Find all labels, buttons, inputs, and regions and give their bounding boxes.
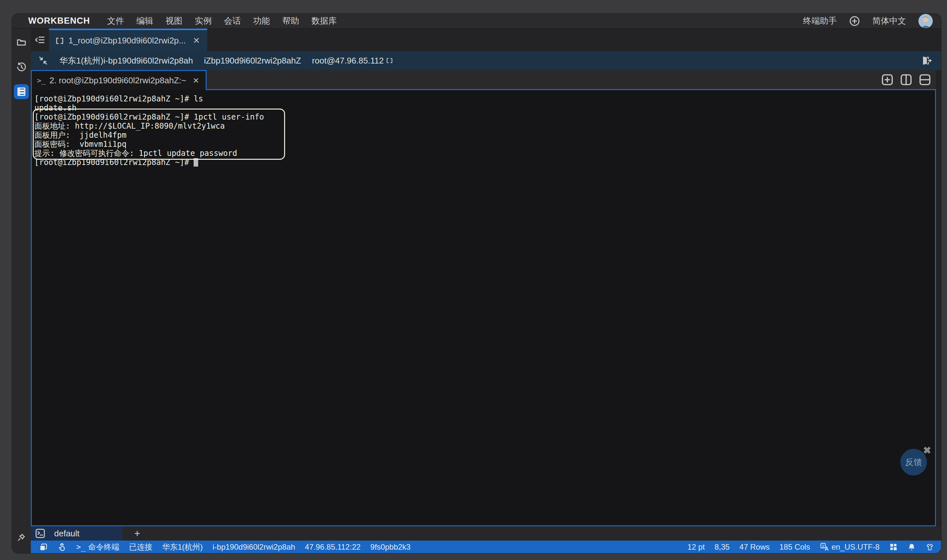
status-ip-port[interactable]: 47.96.85.112:22: [305, 543, 361, 552]
collapse-tabs-icon[interactable]: [31, 29, 49, 51]
terminal-line: update.sh: [34, 103, 932, 112]
new-terminal-icon[interactable]: [881, 73, 894, 86]
workspace-tab-bar: default +: [31, 526, 941, 540]
disconnect-icon[interactable]: [921, 55, 933, 66]
app-brand: WORKBENCH: [28, 16, 90, 26]
menu-bar: WORKBENCH 文件 编辑 视图 实例 会话 功能 帮助 数据库 终端助手 …: [12, 14, 941, 29]
terminal-line: 面板用户: jjdelh4fpm: [34, 131, 932, 140]
split-horizontal-icon[interactable]: [918, 73, 932, 86]
status-connection-state[interactable]: 已连接: [129, 542, 153, 552]
menu-session[interactable]: 会话: [224, 15, 241, 26]
session-tab-label: 1_root@iZbp190d9i60l2rwi2p...: [68, 35, 186, 46]
hostname-label: iZbp190d9i60l2rwi2p8ahZ: [204, 56, 301, 66]
pin-icon[interactable]: [14, 530, 29, 545]
close-terminal-tab-icon[interactable]: ✕: [193, 76, 199, 85]
status-encoding[interactable]: 文 en_US.UTF-8: [820, 543, 879, 552]
apps-grid-icon[interactable]: [889, 543, 898, 551]
menu-edit[interactable]: 编辑: [137, 15, 153, 26]
session-brackets-icon: [386, 57, 393, 64]
region-instance-label: 华东1(杭州)i-bp190d9i60l2rwi2p8ah: [59, 55, 193, 66]
terminal-prompt-icon: >_: [37, 77, 46, 85]
status-session-id[interactable]: 9fs0pbb2k3: [370, 543, 410, 552]
terminal-window-icon: [35, 528, 46, 539]
menu-function[interactable]: 功能: [253, 15, 270, 26]
terminal-line: 面板密码: vbmvm1i1pq: [34, 140, 932, 149]
status-cols[interactable]: 185 Cols: [779, 543, 810, 552]
svg-text:文: 文: [822, 544, 825, 548]
notifications-bell-icon[interactable]: [907, 543, 916, 551]
close-session-tab-icon[interactable]: ✕: [193, 35, 200, 46]
status-instance-id[interactable]: i-bp190d9i60l2rwi2p8ah: [213, 543, 295, 552]
terminal-line: 提示: 修改密码可执行命令: 1pctl update password: [34, 149, 932, 158]
language-selector[interactable]: 简体中文: [872, 15, 906, 26]
user-avatar[interactable]: [918, 14, 933, 28]
terminal-pane: >_ 2. root@iZbp190d9i60l2rwi2p8ahZ:~ ✕: [31, 70, 936, 526]
terminal-line: [root@iZbp190d9i60l2rwi2p8ahZ ~]# ls: [34, 94, 932, 103]
split-vertical-icon[interactable]: [900, 73, 913, 86]
session-tab-bar: 1_root@iZbp190d9i60l2rwi2p... ✕: [31, 29, 941, 51]
menu-view[interactable]: 视图: [166, 15, 183, 26]
status-region[interactable]: 华东1(杭州): [162, 542, 203, 552]
workspace-tab-label: default: [54, 529, 79, 538]
status-cursor-position[interactable]: 8,35: [714, 543, 730, 552]
menu-help[interactable]: 帮助: [282, 15, 299, 26]
status-rows[interactable]: 47 Rows: [739, 543, 770, 552]
terminal-tab-label: 2. root@iZbp190d9i60l2rwi2p8ahZ:~: [49, 75, 187, 86]
add-workspace-button[interactable]: +: [123, 526, 152, 540]
terminal-tab[interactable]: >_ 2. root@iZbp190d9i60l2rwi2p8ahZ:~ ✕: [31, 70, 207, 90]
user-address-label: root@47.96.85.112: [312, 56, 393, 66]
theme-shirt-icon[interactable]: [925, 543, 934, 551]
status-terminal-type[interactable]: >_ 命令终端: [76, 542, 119, 552]
menu-database[interactable]: 数据库: [312, 15, 337, 26]
workspace-tab-default[interactable]: default: [31, 526, 123, 540]
file-explorer-icon[interactable]: [14, 35, 29, 50]
compress-icon[interactable]: [38, 55, 48, 66]
terminal-prompt-icon: >_: [76, 543, 86, 552]
menu-file[interactable]: 文件: [107, 15, 124, 26]
session-tab-1[interactable]: 1_root@iZbp190d9i60l2rwi2p... ✕: [49, 29, 207, 51]
activity-sidebar: [12, 29, 31, 553]
terminal-line: [root@iZbp190d9i60l2rwi2p8ahZ ~]# 1pctl …: [34, 112, 932, 122]
status-bar: >_ 命令终端 已连接 华东1(杭州) i-bp190d9i60l2rwi2p8…: [31, 540, 941, 553]
copy-icon[interactable]: [39, 543, 48, 552]
session-brackets-icon: [55, 37, 65, 45]
terminal-cursor: [194, 158, 198, 166]
terminal-assistant-button[interactable]: 终端助手: [803, 15, 837, 26]
menu-instance[interactable]: 实例: [195, 15, 212, 26]
terminal-tab-bar: >_ 2. root@iZbp190d9i60l2rwi2p8ahZ:~ ✕: [31, 70, 936, 90]
connection-bar: 华东1(杭州)i-bp190d9i60l2rwi2p8ah iZbp190d9i…: [31, 51, 941, 70]
add-session-icon[interactable]: [849, 15, 860, 26]
server-panel-icon[interactable]: [14, 84, 29, 99]
terminal-line: 面板地址: http://$LOCAL_IP:8090/mlvt2y1wca: [34, 122, 932, 131]
status-font-size[interactable]: 12 pt: [688, 543, 705, 552]
terminal-screen[interactable]: [root@iZbp190d9i60l2rwi2p8ahZ ~]# ls upd…: [31, 90, 936, 526]
touch-mode-icon[interactable]: [57, 543, 66, 552]
translate-icon: 文: [820, 543, 829, 552]
history-icon[interactable]: [14, 60, 29, 75]
terminal-prompt-line: [root@iZbp190d9i60l2rwi2p8ahZ ~]#: [34, 158, 932, 167]
workbench-window: WORKBENCH 文件 编辑 视图 实例 会话 功能 帮助 数据库 终端助手 …: [12, 14, 941, 553]
feedback-button[interactable]: 反馈: [900, 449, 927, 475]
